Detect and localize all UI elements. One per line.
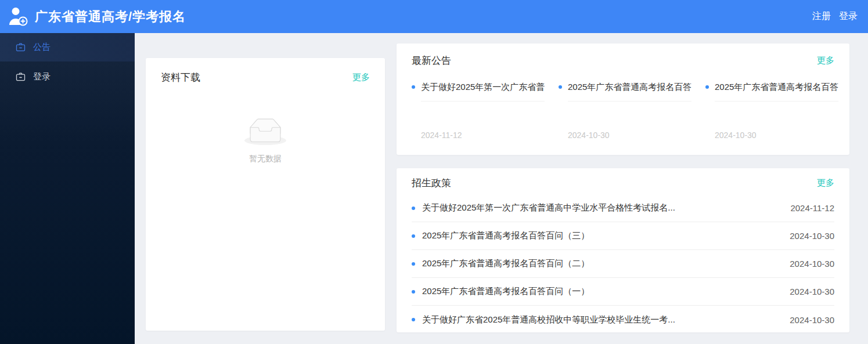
announcement-title[interactable]: 2025年广东省普通高考报名百答百问（二） — [715, 81, 838, 102]
login-link[interactable]: 登录 — [839, 10, 858, 23]
admission-policy-title: 招生政策 — [412, 176, 451, 190]
sidebar-item-label: 公告 — [33, 42, 51, 53]
policy-item-date: 2024-10-30 — [790, 259, 834, 269]
briefcase-icon — [16, 42, 26, 52]
bullet-icon — [412, 207, 415, 210]
announcement-date: 2024-10-30 — [715, 131, 838, 140]
bullet-icon — [412, 290, 415, 294]
sidebar-item-announcements[interactable]: 公告 — [0, 33, 135, 61]
admission-policy-more-link[interactable]: 更多 — [817, 178, 834, 189]
announcement-grid: 关于做好2025年第一次广东省普通高中学业水平合格性考试报名... 2024-1… — [412, 81, 834, 140]
policy-item-title[interactable]: 2025年广东省普通高考报名百答百问（一） — [422, 286, 778, 297]
announcement-title[interactable]: 关于做好2025年第一次广东省普通高中学业水平合格性考试报名... — [421, 81, 545, 102]
policy-list: 关于做好2025年第一次广东省普通高中学业水平合格性考试报名... 2024-1… — [412, 194, 834, 334]
app-header: 广东省普通高考/学考报名 注册 登录 — [0, 0, 868, 33]
empty-box-icon — [244, 118, 286, 146]
policy-list-item[interactable]: 关于做好2025年第一次广东省普通高中学业水平合格性考试报名... 2024-1… — [412, 194, 834, 222]
policy-item-date: 2024-10-30 — [790, 231, 834, 241]
sidebar-item-label: 登录 — [33, 71, 51, 82]
bullet-icon — [412, 262, 415, 266]
announcement-date: 2024-10-30 — [568, 131, 691, 140]
latest-announcements-card: 最新公告 更多 关于做好2025年第一次广东省普通高中学业水平合格性考试报名..… — [397, 44, 849, 155]
announcement-item[interactable]: 2025年广东省普通高考报名百答百问（二） 2024-10-30 — [705, 81, 852, 140]
policy-list-item[interactable]: 2025年广东省普通高考报名百答百问（一） 2024-10-30 — [412, 278, 834, 306]
page-title: 广东省普通高考/学考报名 — [35, 8, 186, 26]
announcement-item[interactable]: 2025年广东省普通高考报名百答百问（三） 2024-10-30 — [559, 81, 705, 140]
empty-state: 暂无数据 — [161, 118, 370, 164]
download-card: 资料下载 更多 暂无数据 — [146, 58, 385, 331]
briefcase-icon — [16, 72, 26, 82]
announcement-title[interactable]: 2025年广东省普通高考报名百答百问（三） — [568, 81, 691, 102]
latest-announcements-more-link[interactable]: 更多 — [817, 55, 834, 66]
policy-list-item[interactable]: 2025年广东省普通高考报名百答百问（二） 2024-10-30 — [412, 250, 834, 278]
policy-item-title[interactable]: 2025年广东省普通高考报名百答百问（二） — [422, 258, 778, 269]
policy-item-title[interactable]: 2025年广东省普通高考报名百答百问（三） — [422, 230, 778, 241]
policy-item-date: 2024-10-30 — [790, 315, 834, 325]
policy-item-date: 2024-11-12 — [790, 203, 834, 213]
download-more-link[interactable]: 更多 — [352, 72, 370, 83]
admission-policy-card: 招生政策 更多 关于做好2025年第一次广东省普通高中学业水平合格性考试报名..… — [397, 168, 849, 332]
announcement-item[interactable]: 关于做好2025年第一次广东省普通高中学业水平合格性考试报名... 2024-1… — [412, 81, 559, 140]
empty-state-text: 暂无数据 — [161, 154, 370, 164]
latest-announcements-title: 最新公告 — [412, 54, 451, 67]
bullet-icon — [412, 318, 415, 321]
sidebar: 公告 登录 — [0, 33, 135, 344]
announcement-date: 2024-11-12 — [421, 131, 545, 140]
bullet-icon — [412, 85, 415, 89]
bullet-icon — [705, 85, 709, 89]
user-add-icon — [8, 6, 29, 28]
register-link[interactable]: 注册 — [812, 10, 831, 23]
sidebar-item-login[interactable]: 登录 — [0, 63, 135, 91]
policy-item-title[interactable]: 关于做好2025年第一次广东省普通高中学业水平合格性考试报名... — [422, 202, 779, 213]
bullet-icon — [412, 234, 415, 238]
policy-list-item[interactable]: 2025年广东省普通高考报名百答百问（三） 2024-10-30 — [412, 222, 834, 250]
policy-item-title[interactable]: 关于做好广东省2025年普通高校招收中等职业学校毕业生统一考... — [422, 314, 778, 325]
policy-list-item[interactable]: 关于做好广东省2025年普通高校招收中等职业学校毕业生统一考... 2024-1… — [412, 306, 834, 334]
bullet-icon — [559, 85, 562, 89]
download-card-title: 资料下载 — [161, 71, 200, 84]
policy-item-date: 2024-10-30 — [790, 287, 834, 296]
